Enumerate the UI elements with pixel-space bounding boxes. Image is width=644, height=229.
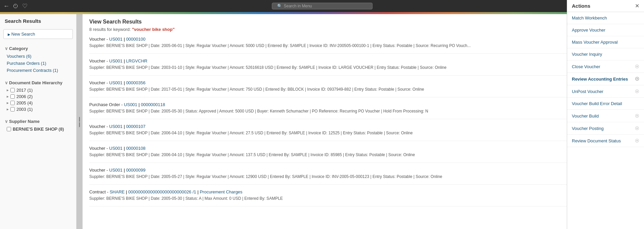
- result-item: Voucher - US001 | LRGVCHR Supplier: BERN…: [89, 58, 628, 76]
- search-icon: 🔍: [277, 4, 282, 8]
- category-purchase-orders[interactable]: Purchase Orders (1): [0, 60, 76, 67]
- back-icon[interactable]: ←: [3, 3, 9, 10]
- action-check-icon: ☉: [635, 64, 639, 69]
- doc-date-2005-label: 2005 (4): [16, 100, 33, 105]
- result-link-bu[interactable]: US001: [109, 80, 122, 85]
- action-label: Approve Voucher: [572, 28, 605, 33]
- category-vouchers[interactable]: Vouchers (6): [0, 53, 76, 60]
- action-label: UnPost Voucher: [572, 89, 603, 94]
- doc-date-2006[interactable]: ► 2006 (2): [0, 93, 76, 100]
- result-link-id[interactable]: 0000000118: [141, 102, 165, 107]
- favorites-icon[interactable]: ♡: [22, 2, 28, 10]
- action-label: Match Workbench: [572, 15, 607, 20]
- supplier-bernies-label: BERNIE'S BIKE SHOP (8): [13, 127, 64, 132]
- action-check-icon: ☉: [635, 89, 639, 94]
- action-label: Close Voucher: [572, 64, 600, 69]
- action-voucher-build-error[interactable]: Voucher Build Error Detail: [567, 98, 644, 110]
- result-link-bu[interactable]: US001: [109, 168, 122, 173]
- doc-date-section: Document Date Hierarchy ► 2017 (1) ► 200…: [0, 77, 76, 114]
- action-close-voucher[interactable]: Close Voucher ☉: [567, 60, 644, 73]
- doc-type: Contract -: [89, 189, 110, 194]
- supplier-bernies[interactable]: BERNIE'S BIKE SHOP (8): [0, 126, 76, 133]
- action-match-workbench[interactable]: Match Workbench: [567, 12, 644, 24]
- top-nav: ← ⏲ ♡ 🔍 Search in Menu ⋮ ⚙: [0, 0, 644, 12]
- result-title: Voucher - US001 | 00000108: [89, 146, 628, 151]
- result-item: Voucher - US001 | 00000100 Supplier: BER…: [89, 37, 628, 54]
- doc-type: Voucher -: [89, 80, 109, 85]
- doc-date-2005-checkbox[interactable]: [10, 101, 15, 105]
- separator: |: [124, 37, 126, 42]
- action-approve-voucher[interactable]: Approve Voucher: [567, 24, 644, 36]
- result-link-bu[interactable]: US001: [124, 102, 137, 107]
- action-unpost-voucher[interactable]: UnPost Voucher ☉: [567, 85, 644, 98]
- supplier-header[interactable]: Supplier Name: [0, 117, 76, 126]
- category-procurement-contracts[interactable]: Procurement Contracts (1): [0, 67, 76, 74]
- expand-2006-icon: ►: [6, 95, 9, 98]
- separator: |: [124, 168, 126, 173]
- history-icon[interactable]: ⏲: [13, 3, 19, 10]
- doc-date-2017-checkbox[interactable]: [10, 88, 15, 92]
- result-link-id[interactable]: LRGVCHR: [126, 58, 148, 63]
- doc-type: Purchase Order -: [89, 102, 124, 107]
- supplier-section: Supplier Name BERNIE'S BIKE SHOP (8): [0, 116, 76, 134]
- result-link-id[interactable]: 00000000000000000000000026 /1: [128, 189, 196, 194]
- actions-panel: Actions ✕ Match Workbench Approve Vouche…: [567, 0, 644, 229]
- result-meta: Supplier: BERNIE'S BIKE SHOP | Date: 200…: [89, 174, 628, 180]
- doc-date-2003[interactable]: ► 2003 (1): [0, 106, 76, 112]
- result-link-id[interactable]: 00000108: [126, 146, 146, 151]
- sidebar-title: Search Results: [0, 14, 76, 27]
- result-title: Voucher - US001 | 00000099: [89, 168, 628, 173]
- result-item: Voucher - US001 | 00000108 Supplier: BER…: [89, 146, 628, 163]
- action-check-icon: ☉: [635, 113, 639, 119]
- view-title: View Search Results: [89, 19, 628, 25]
- doc-date-header[interactable]: Document Date Hierarchy: [0, 79, 76, 87]
- results-count-text: 8 results for keyword:: [89, 27, 131, 32]
- actions-title: Actions: [572, 3, 590, 9]
- result-link-bu[interactable]: US001: [109, 58, 122, 63]
- separator: |: [139, 102, 141, 107]
- actions-close-button[interactable]: ✕: [635, 3, 639, 9]
- actions-header: Actions ✕: [567, 0, 644, 12]
- supplier-bernies-checkbox[interactable]: [7, 127, 11, 131]
- doc-date-2005[interactable]: ► 2005 (4): [0, 100, 76, 106]
- result-link-bu[interactable]: US001: [109, 146, 122, 151]
- result-link-type[interactable]: Procurement Charges: [200, 189, 242, 194]
- results-summary: 8 results for keyword: "voucher bike sho…: [89, 27, 628, 32]
- action-review-accounting[interactable]: Review Accounting Entries ☉: [567, 73, 644, 85]
- global-search-bar[interactable]: 🔍 Search in Menu: [272, 3, 373, 9]
- result-link-bu[interactable]: US001: [109, 124, 122, 129]
- expand-2017-icon: ►: [6, 88, 9, 92]
- search-keyword: "voucher bike shop": [132, 27, 175, 32]
- action-voucher-build[interactable]: Voucher Build ☉: [567, 110, 644, 122]
- doc-date-2006-checkbox[interactable]: [10, 94, 15, 99]
- sidebar: Search Results New Search Category Vouch…: [0, 14, 77, 229]
- result-meta: Supplier: BERNIE'S BIKE SHOP | Date: 200…: [89, 152, 628, 158]
- action-mass-voucher-approval[interactable]: Mass Voucher Approval: [567, 36, 644, 48]
- category-header[interactable]: Category: [0, 44, 76, 53]
- result-link-id[interactable]: 00000356: [126, 80, 146, 85]
- result-item: Voucher - US001 | 00000356 Supplier: BER…: [89, 80, 628, 97]
- actions-list: Match Workbench Approve Voucher Mass Vou…: [567, 12, 644, 229]
- action-label: Voucher Inquiry: [572, 52, 602, 57]
- sidebar-divider[interactable]: ❙❙: [77, 14, 83, 229]
- new-search-button[interactable]: New Search: [3, 29, 73, 39]
- separator: |: [124, 146, 126, 151]
- result-link-id[interactable]: 00000099: [126, 168, 146, 173]
- category-section: Category Vouchers (6) Purchase Orders (1…: [0, 43, 76, 75]
- result-link-id[interactable]: 00000100: [126, 37, 146, 42]
- doc-type: Voucher -: [89, 124, 109, 129]
- action-review-document-status[interactable]: Review Document Status ☉: [567, 135, 644, 147]
- action-voucher-inquiry[interactable]: Voucher Inquiry: [567, 48, 644, 60]
- action-label: Review Accounting Entries: [572, 77, 628, 82]
- action-check-icon: ☉: [635, 76, 639, 82]
- action-check-icon: ☉: [635, 126, 639, 131]
- divider-icon: ❙❙: [77, 116, 82, 127]
- doc-date-2003-label: 2003 (1): [16, 107, 33, 112]
- doc-date-2017[interactable]: ► 2017 (1): [0, 87, 76, 93]
- doc-date-2003-checkbox[interactable]: [10, 107, 15, 111]
- result-link-id[interactable]: 00000107: [126, 124, 146, 129]
- action-voucher-posting[interactable]: Voucher Posting ☉: [567, 122, 644, 135]
- main-container: Search Results New Search Category Vouch…: [0, 14, 644, 229]
- result-link-bu[interactable]: SHARE: [110, 189, 125, 194]
- result-link-bu[interactable]: US001: [109, 37, 122, 42]
